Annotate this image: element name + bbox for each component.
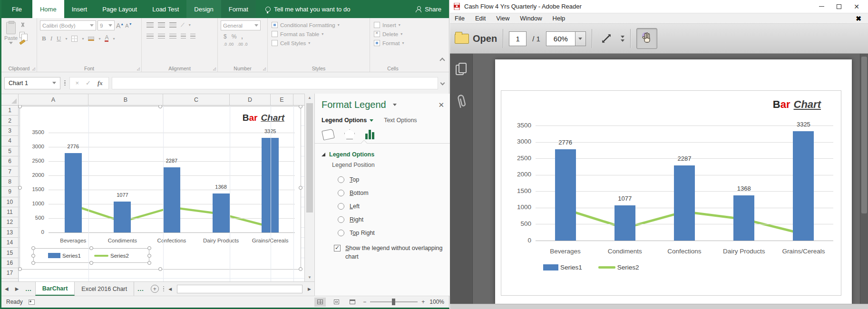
alignment-dialog-launcher[interactable]: ◿ xyxy=(213,67,216,71)
overlap-checkbox-row[interactable]: Show the legend without overlapping char… xyxy=(315,240,451,261)
zoom-dropdown-icon[interactable] xyxy=(575,32,585,46)
radio-left[interactable]: Left xyxy=(315,200,451,213)
increase-decimal-icon[interactable]: .0 .00 xyxy=(224,42,234,47)
radio-circle[interactable] xyxy=(338,176,344,183)
grow-font-button[interactable]: A▲ xyxy=(116,22,124,29)
radio-bottom[interactable]: Bottom xyxy=(315,186,451,200)
minimize-icon[interactable] xyxy=(819,6,824,7)
tab-home[interactable]: Home xyxy=(32,0,64,18)
chart-handle[interactable] xyxy=(299,186,302,190)
align-right-icon[interactable] xyxy=(169,34,176,39)
cell-styles-button[interactable]: Cell Styles▾ xyxy=(271,39,368,48)
effects-icon[interactable] xyxy=(344,129,355,139)
reader-horizontal-scrollbar[interactable] xyxy=(450,304,868,309)
overlap-checkbox[interactable] xyxy=(334,245,341,251)
chart-handle[interactable] xyxy=(299,106,302,108)
bar-beverages[interactable] xyxy=(65,153,82,232)
align-left-icon[interactable] xyxy=(146,34,154,39)
page-thumbnails-icon[interactable] xyxy=(455,62,468,77)
sheet-overflow-left[interactable]: ... xyxy=(22,286,35,292)
borders-icon[interactable] xyxy=(71,36,78,42)
insert-function-icon[interactable]: fx xyxy=(98,79,103,87)
expand-formula-bar-icon[interactable] xyxy=(440,81,445,86)
pane-close-icon[interactable]: ✕ xyxy=(438,101,444,109)
menu-window[interactable]: Window xyxy=(520,15,542,22)
share-button[interactable]: Share xyxy=(408,0,449,18)
decrease-indent-icon[interactable] xyxy=(181,34,186,39)
sheet-vertical-scrollbar[interactable]: ▲ ▼ xyxy=(304,94,314,281)
increase-indent-icon[interactable] xyxy=(190,34,195,39)
page-number-input[interactable]: 1 xyxy=(509,31,527,46)
chart-handle[interactable] xyxy=(299,267,302,271)
bar-grains-cereals[interactable] xyxy=(793,131,814,241)
row-header-2[interactable]: 2 xyxy=(1,116,18,126)
bar-confections[interactable] xyxy=(163,167,180,232)
decrease-decimal-icon[interactable]: .00 .0 xyxy=(237,42,247,47)
file-tab[interactable]: File xyxy=(1,0,32,18)
paste-button[interactable]: Paste xyxy=(4,20,18,64)
conditional-formatting-button[interactable]: Conditional Formatting▾ xyxy=(271,20,368,29)
insert-cells-button[interactable]: Insert▾ xyxy=(373,20,414,29)
fill-icon[interactable] xyxy=(322,129,335,141)
underline-button[interactable]: U xyxy=(57,35,61,42)
align-middle-icon[interactable] xyxy=(158,22,165,28)
menu-edit[interactable]: Edit xyxy=(475,15,486,22)
align-bottom-icon[interactable] xyxy=(169,22,176,28)
bar-condiments[interactable] xyxy=(614,205,635,241)
row-header-16[interactable]: 16 xyxy=(1,258,18,268)
column-header-d[interactable]: D xyxy=(230,94,271,105)
tellme-box[interactable]: Tell me what you want to do xyxy=(259,0,357,18)
formula-bar-splitter[interactable] xyxy=(63,80,67,86)
format-painter-icon[interactable] xyxy=(20,39,26,45)
row-header-5[interactable]: 5 xyxy=(1,146,18,156)
scroll-up-icon[interactable]: ▲ xyxy=(305,94,314,102)
fill-color-icon[interactable] xyxy=(88,37,94,41)
fit-options-dropdown-icon[interactable] xyxy=(621,36,624,42)
format-as-table-button[interactable]: Format as Table▾ xyxy=(271,29,368,39)
normal-view-button[interactable] xyxy=(314,298,326,307)
font-dialog-launcher[interactable]: ◿ xyxy=(137,67,140,71)
radio-top-right[interactable]: Top Right xyxy=(315,226,451,240)
copy-icon[interactable] xyxy=(20,32,25,38)
attachments-paperclip-icon[interactable] xyxy=(453,91,469,110)
reader-vertical-scrollbar[interactable] xyxy=(860,54,868,309)
hscroll-right-icon[interactable]: ▶ xyxy=(304,287,314,291)
tab-format[interactable]: Format xyxy=(221,0,256,18)
collapse-ribbon-icon[interactable] xyxy=(439,58,445,63)
name-box[interactable]: Chart 1 xyxy=(4,77,60,89)
tab-page-layout[interactable]: Page Layout xyxy=(95,0,145,18)
bar-beverages[interactable] xyxy=(555,149,576,241)
tab-text-options[interactable]: Text Options xyxy=(384,117,417,124)
hand-tool-button[interactable] xyxy=(636,28,657,49)
delete-cells-button[interactable]: Delete▾ xyxy=(373,29,414,39)
sheet-overflow-right[interactable]: ... xyxy=(134,286,147,292)
number-dialog-launcher[interactable]: ◿ xyxy=(263,67,266,71)
font-color-icon[interactable]: A xyxy=(105,35,108,42)
cut-icon[interactable] xyxy=(20,22,26,29)
chart-legend[interactable]: Series1 Series2 xyxy=(33,248,149,263)
row-header-4[interactable]: 4 xyxy=(1,136,18,146)
shrink-font-button[interactable]: A▼ xyxy=(125,22,132,29)
sheet-grid[interactable]: BarChart Series1 Series2 xyxy=(1,106,314,281)
pane-dropdown-icon[interactable] xyxy=(393,104,397,106)
radio-right[interactable]: Right xyxy=(315,213,451,226)
chart-handle[interactable] xyxy=(18,186,22,190)
row-header-1[interactable]: 1 xyxy=(1,106,18,116)
menu-file[interactable]: File xyxy=(455,15,465,22)
font-name-select[interactable]: Calibri (Body) xyxy=(40,20,96,30)
row-header-7[interactable]: 7 xyxy=(1,166,18,176)
formula-input[interactable] xyxy=(112,77,438,89)
open-button[interactable]: Open xyxy=(455,33,497,44)
italic-button[interactable]: I xyxy=(50,35,52,42)
row-header-11[interactable]: 11 xyxy=(1,207,18,217)
sheet-next-icon[interactable]: ▶ xyxy=(12,286,22,291)
column-header-a[interactable]: A xyxy=(19,94,88,105)
hscroll-left-icon[interactable]: ◀ xyxy=(165,287,175,291)
percent-icon[interactable]: % xyxy=(232,33,237,40)
bar-confections[interactable] xyxy=(674,165,695,241)
tab-load-test[interactable]: Load Test xyxy=(145,0,186,18)
zoom-slider-thumb[interactable] xyxy=(392,299,395,305)
zoom-control[interactable]: 60% xyxy=(546,31,586,46)
bar-condiments[interactable] xyxy=(114,202,131,232)
radio-top[interactable]: Top xyxy=(315,173,451,186)
